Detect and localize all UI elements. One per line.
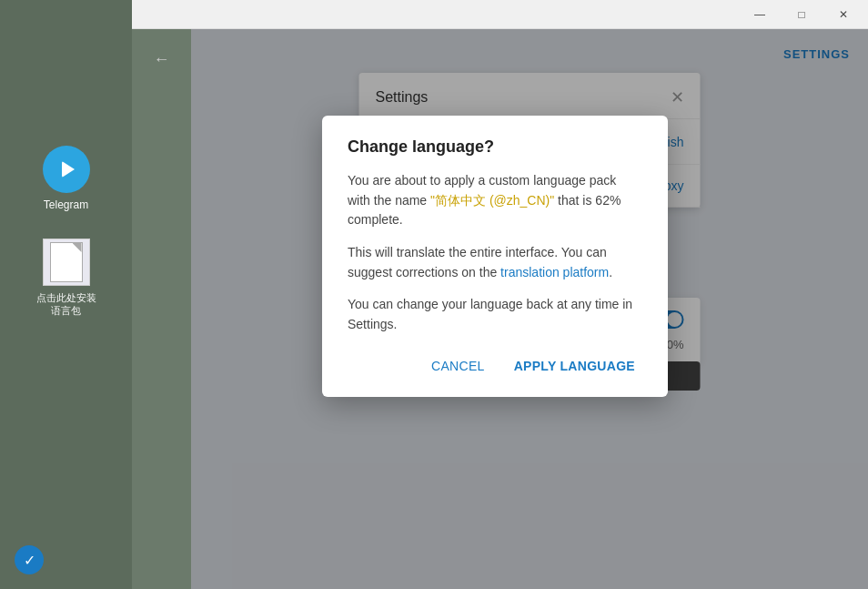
modal-actions: Cancel Apply Language bbox=[348, 353, 642, 379]
title-bar: — □ ✕ bbox=[132, 0, 868, 29]
modal-body-1-highlight: "简体中文 (@zh_CN)" bbox=[430, 193, 554, 208]
modal-title: Change language? bbox=[348, 137, 642, 157]
telegram-desktop-icon[interactable]: Telegram bbox=[43, 146, 90, 211]
back-button[interactable]: ← bbox=[146, 43, 177, 76]
change-language-modal: Change language? You are about to apply … bbox=[322, 116, 668, 397]
modal-body-3: You can change your language back at any… bbox=[348, 295, 642, 334]
modal-body-1: You are about to apply a custom language… bbox=[348, 171, 642, 230]
file-desktop-icon[interactable]: 点击此处安装语言包 bbox=[36, 239, 96, 318]
minimize-button[interactable]: — bbox=[739, 0, 781, 29]
close-window-button[interactable]: ✕ bbox=[823, 0, 864, 29]
file-icon-shape bbox=[50, 242, 83, 282]
checkmark-badge: ✓ bbox=[15, 545, 44, 574]
maximize-button[interactable]: □ bbox=[781, 0, 823, 29]
modal-body-2-suffix: . bbox=[609, 265, 612, 279]
file-icon-bg bbox=[43, 239, 90, 286]
apply-language-button[interactable]: Apply Language bbox=[507, 353, 642, 379]
app-window: ← SETTINGS Settings ✕ 文 Language English bbox=[132, 29, 868, 589]
telegram-logo-arrow bbox=[62, 161, 75, 178]
modal-body-2: This will translate the entire interface… bbox=[348, 243, 642, 282]
telegram-icon-label: Telegram bbox=[44, 198, 88, 211]
modal-overlay: Change language? You are about to apply … bbox=[191, 29, 868, 589]
main-window: — □ ✕ ← SETTINGS Settings ✕ 文 Language bbox=[132, 0, 868, 589]
settings-background: SETTINGS Settings ✕ 文 Language English ↕… bbox=[191, 29, 868, 589]
cancel-button[interactable]: Cancel bbox=[424, 353, 492, 379]
translation-platform-link[interactable]: translation platform bbox=[500, 265, 609, 279]
left-nav-panel: ← bbox=[132, 29, 191, 589]
file-icon-label: 点击此处安装语言包 bbox=[36, 291, 96, 318]
desktop-sidebar: Telegram 点击此处安装语言包 ✓ bbox=[0, 0, 132, 589]
telegram-icon-bg bbox=[43, 146, 90, 193]
